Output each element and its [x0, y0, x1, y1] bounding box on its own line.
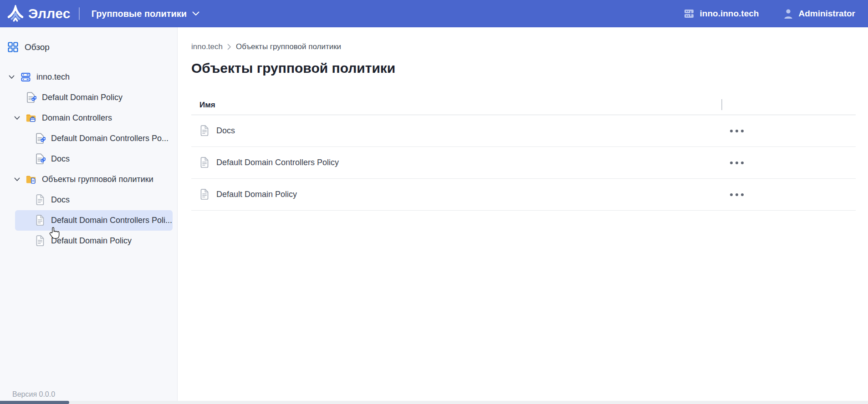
- doc-icon: [35, 235, 46, 247]
- server-icon: [683, 8, 695, 19]
- sidebar-tree: inno.techDefault Domain PolicyDomain Con…: [0, 67, 177, 251]
- column-header-name: Имя: [199, 101, 215, 110]
- row-name: Default Domain Controllers Policy: [216, 158, 339, 167]
- doc-icon: [199, 189, 209, 200]
- breadcrumb-item-объекты-групповой-политики: Объекты групповой политики: [236, 42, 341, 51]
- breadcrumb: inno.techОбъекты групповой политики: [191, 42, 856, 51]
- chevron-down-icon[interactable]: [13, 177, 21, 182]
- tree-item-label: Docs: [51, 154, 70, 164]
- row-name: Docs: [216, 126, 235, 136]
- user-name: Administrator: [798, 9, 855, 19]
- tree-item-docs[interactable]: Docs: [0, 190, 177, 210]
- row-name: Default Domain Policy: [216, 190, 297, 199]
- doc-link-icon: [35, 153, 46, 165]
- breadcrumb-item-inno-tech[interactable]: inno.tech: [191, 42, 223, 51]
- doc-link-icon: [26, 92, 36, 104]
- overview-label: Обзор: [25, 42, 50, 52]
- sidebar-item-overview[interactable]: Обзор: [0, 27, 177, 52]
- horizontal-scrollbar-thumb[interactable]: [0, 401, 69, 404]
- tree-item-label: Default Domain Controllers Poli...: [51, 216, 172, 225]
- server-icon: [20, 72, 31, 82]
- tree-item-label: Объекты групповой политики: [42, 175, 153, 184]
- main-content: inno.techОбъекты групповой политики Объе…: [178, 27, 868, 404]
- column-resize-handle[interactable]: [721, 99, 722, 110]
- grid-icon: [8, 42, 18, 52]
- table-body: DocsDefault Domain Controllers PolicyDef…: [191, 115, 856, 211]
- user-icon: [783, 8, 793, 19]
- app-switcher-dropdown[interactable]: Групповые политики: [92, 9, 199, 19]
- folder-briefcase-icon: [26, 113, 36, 124]
- topbar-divider: [79, 7, 80, 20]
- brand-name: Эллес: [28, 6, 71, 21]
- server-indicator[interactable]: inno.inno.tech: [683, 8, 759, 19]
- server-name: inno.inno.tech: [700, 9, 759, 19]
- tree-item-default-domain-controllers-poli[interactable]: Default Domain Controllers Poli...: [15, 210, 173, 231]
- tree-item-default-domain-policy[interactable]: Default Domain Policy: [0, 231, 177, 251]
- table-header-row: Имя: [191, 95, 856, 115]
- brand[interactable]: Эллес: [7, 5, 71, 22]
- horizontal-scrollbar-track[interactable]: [0, 401, 868, 404]
- tree-item-label: Default Domain Policy: [42, 93, 123, 102]
- app-switcher-label: Групповые политики: [92, 9, 187, 19]
- doc-icon: [199, 157, 209, 168]
- tree-item-default-domain-controllers-po[interactable]: Default Domain Controllers Po...: [0, 128, 177, 149]
- table-row-default-domain-controllers-policy[interactable]: Default Domain Controllers Policy: [191, 147, 856, 179]
- tree-item-объекты-групповой-политики[interactable]: Объекты групповой политики: [0, 169, 177, 190]
- doc-link-icon: [35, 133, 46, 145]
- folder-doc-icon: [26, 174, 36, 185]
- chevron-down-icon: [192, 11, 199, 16]
- user-menu[interactable]: Administrator: [783, 8, 855, 19]
- doc-icon: [35, 194, 46, 206]
- breadcrumb-chevron-icon: [227, 44, 231, 50]
- row-actions-menu-button[interactable]: [726, 126, 747, 136]
- tree-item-label: Default Domain Controllers Po...: [51, 134, 168, 143]
- doc-icon: [199, 125, 209, 136]
- table-row-default-domain-policy[interactable]: Default Domain Policy: [191, 179, 856, 211]
- tree-item-domain-controllers[interactable]: Domain Controllers: [0, 108, 177, 128]
- table-row-docs[interactable]: Docs: [191, 115, 856, 147]
- doc-icon: [35, 215, 46, 226]
- sidebar: Обзор inno.techDefault Domain PolicyDoma…: [0, 27, 178, 404]
- tree-item-label: Default Domain Policy: [51, 236, 132, 246]
- page-title: Объекты групповой политики: [191, 61, 856, 76]
- chevron-down-icon[interactable]: [13, 116, 21, 120]
- chevron-down-icon[interactable]: [7, 75, 15, 79]
- tree-item-label: Docs: [51, 195, 70, 205]
- row-actions-menu-button[interactable]: [726, 158, 747, 168]
- policy-table: Имя DocsDefault Domain Controllers Polic…: [191, 95, 856, 211]
- row-actions-menu-button[interactable]: [726, 190, 747, 200]
- tree-item-default-domain-policy[interactable]: Default Domain Policy: [0, 87, 177, 108]
- tree-item-docs[interactable]: Docs: [0, 149, 177, 169]
- tree-item-label: Domain Controllers: [42, 113, 112, 123]
- topbar: Эллес Групповые политики inno.inno.tech: [0, 0, 868, 27]
- version-label: Версия 0.0.0: [12, 390, 55, 399]
- tree-item-label: inno.tech: [36, 72, 70, 82]
- tree-item-inno-tech[interactable]: inno.tech: [0, 67, 177, 87]
- elles-logo-icon: [7, 5, 24, 22]
